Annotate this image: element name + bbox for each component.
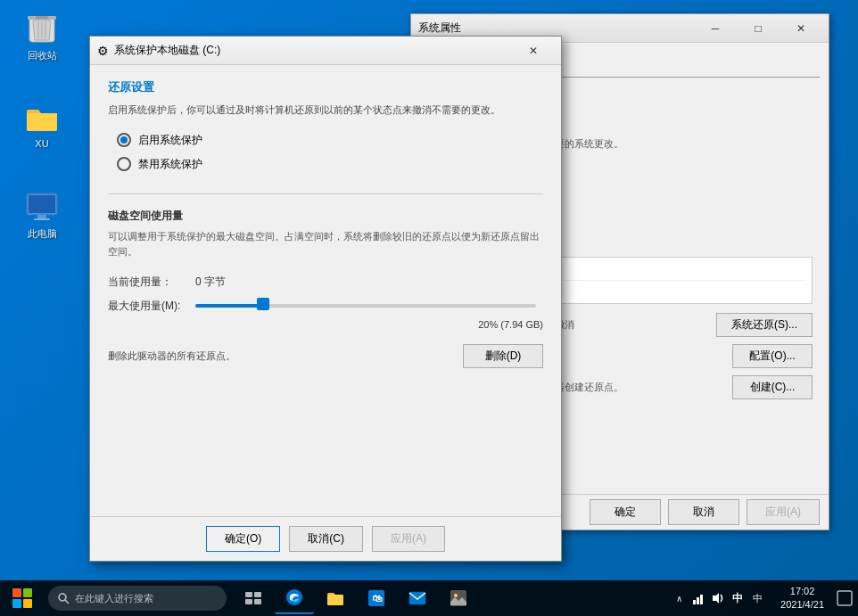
- notification-icon: [837, 590, 853, 606]
- desktop-icon-pc[interactable]: 此电脑: [11, 187, 73, 244]
- svg-rect-10: [37, 215, 46, 218]
- dialog-ok-button[interactable]: 确定(O): [206, 526, 280, 552]
- dialog-body: 还原设置 启用系统保护后，你可以通过及时将计算机还原到以前的某个状态点来撤消不需…: [90, 65, 561, 516]
- search-icon: [57, 592, 70, 604]
- xu-label: XU: [35, 138, 48, 149]
- slider-percent: 20% (7.94 GB): [108, 319, 543, 330]
- divider: [108, 193, 543, 194]
- language-text: 中: [732, 591, 743, 606]
- edge-icon: [285, 588, 303, 606]
- restore-settings-desc: 启用系统保护后，你可以通过及时将计算机还原到以前的某个状态点来撤消不需要的更改。: [108, 103, 543, 119]
- network-status-icon: [691, 591, 705, 605]
- svg-rect-15: [254, 592, 261, 597]
- svg-line-13: [65, 600, 69, 604]
- windows-logo: [12, 588, 32, 608]
- taskbar: 在此键入进行搜索: [0, 580, 858, 616]
- current-usage-row: 当前使用量： 0 字节: [108, 275, 543, 290]
- taskbar-search[interactable]: 在此键入进行搜索: [48, 586, 227, 611]
- radio-disable-label: 禁用系统保护: [138, 157, 202, 172]
- system-restore-button[interactable]: 系统还原(S)...: [716, 313, 813, 337]
- maximize-button[interactable]: □: [738, 14, 779, 43]
- system-protection-dialog: ⚙ 系统保护本地磁盘 (C:) ✕ 还原设置 启用系统保护后，你可以通过及时将计…: [89, 36, 562, 562]
- language-indicator[interactable]: 中: [729, 589, 747, 607]
- svg-rect-14: [245, 592, 252, 597]
- edge-button[interactable]: [275, 582, 314, 614]
- disk-usage-title: 磁盘空间使用量: [108, 209, 543, 224]
- svg-rect-27: [700, 595, 703, 604]
- volume-status-icon: [711, 591, 725, 605]
- volume-icon[interactable]: [709, 589, 727, 607]
- dialog-cancel-button[interactable]: 取消(C): [289, 526, 363, 552]
- recycle-bin-label: 回收站: [28, 49, 57, 62]
- mail-icon: [408, 591, 426, 605]
- ime-indicator[interactable]: 中: [748, 589, 766, 607]
- sys-ok-button[interactable]: 确定: [590, 499, 661, 525]
- network-icon[interactable]: [689, 589, 707, 607]
- slider-thumb[interactable]: [257, 298, 269, 310]
- delete-label: 删除此驱动器的所有还原点。: [108, 349, 235, 363]
- dialog-title: 系统保护本地磁盘 (C:): [114, 43, 513, 58]
- computer-icon: [25, 191, 59, 225]
- radio-disable-circle: [117, 157, 131, 171]
- taskbar-clock[interactable]: 17:02 2021/4/21: [773, 585, 831, 612]
- radio-enable[interactable]: 启用系统保护: [117, 133, 543, 148]
- svg-rect-9: [29, 195, 55, 213]
- delete-button[interactable]: 删除(D): [463, 344, 543, 368]
- sys-props-title: 系统属性: [418, 21, 695, 36]
- taskbar-apps: 🛍: [230, 582, 663, 614]
- store-icon: 🛍: [367, 589, 385, 607]
- dialog-close-button[interactable]: ✕: [513, 37, 554, 65]
- file-explorer-button[interactable]: [316, 582, 355, 614]
- expand-tray-button[interactable]: ∧: [670, 589, 688, 607]
- mail-button[interactable]: [398, 582, 437, 614]
- folder-icon: [25, 102, 59, 136]
- window-controls: ─ □ ✕: [695, 14, 821, 43]
- svg-rect-26: [697, 597, 699, 604]
- config-button[interactable]: 配置(O)...: [732, 344, 813, 368]
- svg-rect-25: [693, 600, 696, 604]
- logo-q4: [23, 599, 32, 608]
- task-view-button[interactable]: [234, 582, 273, 614]
- logo-q1: [12, 588, 21, 597]
- minimize-button[interactable]: ─: [695, 14, 736, 43]
- radio-disable[interactable]: 禁用系统保护: [117, 157, 543, 172]
- delete-row: 删除此驱动器的所有还原点。 删除(D): [108, 344, 543, 368]
- pc-label: 此电脑: [28, 227, 57, 241]
- notification-button[interactable]: [831, 580, 858, 616]
- sys-apply-button[interactable]: 应用(A): [747, 499, 820, 525]
- start-button[interactable]: [0, 580, 45, 616]
- dialog-footer: 确定(O) 取消(C) 应用(A): [90, 516, 561, 561]
- current-usage-value: 0 字节: [195, 275, 226, 290]
- photos-button[interactable]: [439, 582, 478, 614]
- create-button[interactable]: 创建(C)...: [732, 375, 813, 399]
- recycle-bin-icon: [25, 12, 59, 46]
- logo-q2: [23, 588, 32, 597]
- desktop-icon-recycle[interactable]: 回收站: [11, 9, 73, 66]
- svg-point-12: [59, 594, 66, 601]
- sys-cancel-button[interactable]: 取消: [668, 499, 739, 525]
- desktop: 回收站 XU 此电脑 系统属性 ─ □ ✕: [0, 0, 858, 616]
- store-button[interactable]: 🛍: [357, 582, 396, 614]
- clock-date: 2021/4/21: [780, 598, 824, 612]
- logo-q3: [12, 599, 21, 608]
- desktop-icon-xu[interactable]: XU: [11, 98, 73, 152]
- taskbar-systray: ∧ 中 中: [663, 589, 773, 607]
- svg-rect-4: [36, 16, 48, 19]
- dialog-window-controls: ✕: [513, 37, 554, 65]
- current-usage-label: 当前使用量：: [108, 275, 188, 290]
- svg-rect-22: [409, 592, 425, 604]
- svg-rect-19: [327, 595, 343, 605]
- dialog-title-icon: ⚙: [97, 44, 109, 58]
- svg-text:🛍: 🛍: [372, 593, 383, 604]
- svg-rect-28: [837, 591, 852, 605]
- search-placeholder: 在此键入进行搜索: [75, 592, 153, 605]
- close-button[interactable]: ✕: [780, 14, 821, 43]
- dialog-apply-button[interactable]: 应用(A): [372, 526, 445, 552]
- radio-enable-label: 启用系统保护: [138, 133, 202, 148]
- task-view-icon: [244, 591, 262, 605]
- svg-point-18: [286, 589, 302, 605]
- photos-icon: [450, 589, 467, 607]
- svg-rect-17: [254, 599, 261, 604]
- restore-settings-title: 还原设置: [108, 79, 543, 95]
- dialog-titlebar[interactable]: ⚙ 系统保护本地磁盘 (C:) ✕: [90, 37, 561, 65]
